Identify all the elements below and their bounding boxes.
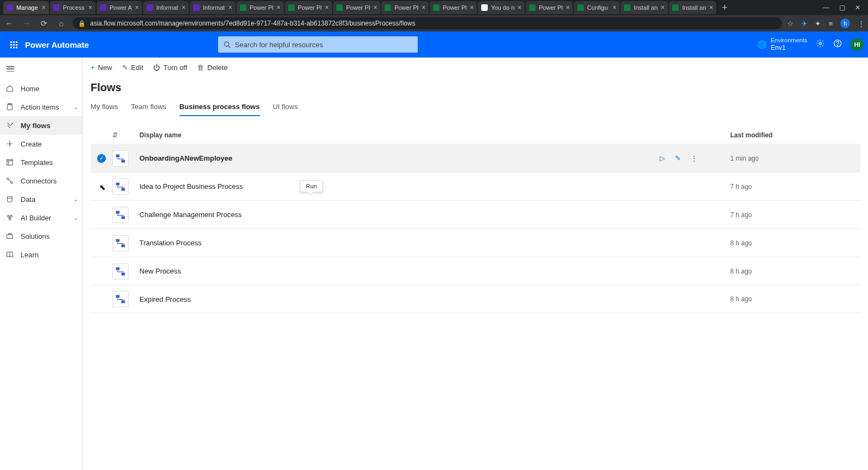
tab-close-icon[interactable]: × bbox=[518, 4, 521, 11]
sidebar-item-templates[interactable]: Templates bbox=[0, 153, 82, 172]
reader-icon[interactable]: ≡ bbox=[828, 20, 833, 28]
app-launcher[interactable] bbox=[4, 35, 23, 54]
flow-name[interactable]: New Process bbox=[139, 267, 687, 275]
browser-tab[interactable]: Informat× bbox=[190, 1, 235, 14]
row-checkbox-checked[interactable]: ✓ bbox=[97, 154, 106, 163]
sidebar-item-home[interactable]: Home bbox=[0, 79, 82, 98]
tab-close-icon[interactable]: × bbox=[373, 4, 377, 11]
flow-name[interactable]: Expired Process bbox=[139, 295, 687, 303]
table-row[interactable]: New Process 8 h ago bbox=[91, 257, 860, 285]
tab-favicon bbox=[100, 4, 106, 11]
tab-close-icon[interactable]: × bbox=[135, 4, 139, 11]
environment-picker[interactable]: 🌐 Environments Env1 bbox=[757, 37, 807, 52]
flow-name[interactable]: Translation Process bbox=[139, 239, 687, 247]
tab-close-icon[interactable]: × bbox=[709, 4, 713, 11]
tab-close-icon[interactable]: × bbox=[470, 4, 474, 11]
sidebar-item-data[interactable]: Data⌄ bbox=[0, 190, 82, 208]
flow-name[interactable]: Challenge Management Process bbox=[139, 211, 687, 219]
sidebar-item-action-items[interactable]: Action items⌄ bbox=[0, 98, 82, 116]
home-icon bbox=[5, 84, 14, 93]
book-icon bbox=[5, 250, 14, 259]
nav-back[interactable]: ← bbox=[3, 19, 15, 28]
window-minimize[interactable]: — bbox=[823, 4, 829, 11]
browser-tab[interactable]: Install an× bbox=[621, 1, 668, 14]
profile-avatar[interactable]: h bbox=[840, 18, 850, 28]
browser-tab[interactable]: Informat× bbox=[143, 1, 189, 14]
table-row[interactable]: Translation Process 8 h ago bbox=[91, 228, 860, 257]
tab-close-icon[interactable]: × bbox=[228, 4, 232, 11]
settings-icon[interactable] bbox=[816, 39, 825, 49]
flow-icon bbox=[5, 121, 14, 130]
browser-tab[interactable]: Power A× bbox=[97, 1, 142, 14]
table-row[interactable]: Idea to Project Business Process 7 h ago bbox=[91, 172, 860, 200]
star-icon[interactable]: ☆ bbox=[787, 20, 794, 28]
nav-forward[interactable]: → bbox=[21, 19, 33, 28]
browser-tab[interactable]: Configu× bbox=[574, 1, 620, 14]
col-last-modified[interactable]: Last modified bbox=[730, 131, 850, 139]
window-close[interactable]: ✕ bbox=[855, 4, 860, 11]
more-button[interactable]: ⋮ bbox=[691, 154, 698, 162]
tab-close-icon[interactable]: × bbox=[612, 4, 616, 11]
table-row[interactable]: Expired Process 8 h ago bbox=[91, 285, 860, 313]
window-controls: — ▢ ✕ bbox=[823, 4, 865, 11]
delete-button[interactable]: 🗑 Delete bbox=[197, 63, 228, 72]
col-display-name[interactable]: Display name bbox=[139, 131, 687, 139]
browser-tab[interactable]: Power Pl× bbox=[285, 1, 332, 14]
search-input[interactable] bbox=[235, 41, 412, 49]
browser-tab[interactable]: You do n× bbox=[478, 1, 525, 14]
window-maximize[interactable]: ▢ bbox=[839, 4, 845, 11]
flow-name[interactable]: OnboardingANewEmployee bbox=[139, 154, 687, 162]
turnoff-button[interactable]: ⏻ Turn off bbox=[153, 63, 187, 72]
run-button[interactable]: ▷ bbox=[660, 154, 665, 162]
help-icon[interactable] bbox=[833, 39, 842, 49]
nav-reload[interactable]: ⟳ bbox=[38, 19, 50, 28]
tab-close-icon[interactable]: × bbox=[325, 4, 329, 11]
tab-close-icon[interactable]: × bbox=[42, 4, 46, 11]
user-avatar[interactable]: HI bbox=[851, 38, 864, 51]
tab-ui-flows[interactable]: UI flows bbox=[273, 103, 298, 116]
tab-close-icon[interactable]: × bbox=[566, 4, 570, 11]
sidebar-item-create[interactable]: Create bbox=[0, 135, 82, 153]
tab-close-icon[interactable]: × bbox=[661, 4, 665, 11]
browser-tab[interactable]: Install an× bbox=[669, 1, 716, 14]
tab-title: Power Pl bbox=[346, 4, 370, 11]
table-row[interactable]: Challenge Management Process 7 h ago bbox=[91, 200, 860, 228]
extensions-icon[interactable]: ✦ bbox=[815, 20, 821, 28]
tab-favicon bbox=[577, 4, 584, 11]
tab-close-icon[interactable]: × bbox=[277, 4, 280, 11]
sidebar-item-solutions[interactable]: Solutions bbox=[0, 227, 82, 245]
browser-tab[interactable]: Power Pl× bbox=[333, 1, 380, 14]
new-button[interactable]: + New bbox=[91, 63, 112, 72]
tab-team-flows[interactable]: Team flows bbox=[131, 103, 167, 116]
sidebar-item-learn[interactable]: Learn bbox=[0, 245, 82, 264]
flow-name[interactable]: Idea to Project Business Process bbox=[139, 182, 687, 190]
sidebar-toggle[interactable] bbox=[1, 60, 20, 78]
browser-tab[interactable]: Power Pl× bbox=[237, 1, 284, 14]
browser-tab[interactable]: Power Pl× bbox=[430, 1, 477, 14]
edit-button[interactable]: ✎ Edit bbox=[122, 63, 143, 72]
sidebar: HomeAction items⌄My flowsCreateTemplates… bbox=[0, 58, 83, 470]
search-box[interactable] bbox=[218, 36, 418, 53]
plane-icon[interactable]: ✈ bbox=[801, 20, 807, 28]
tab-close-icon[interactable]: × bbox=[88, 4, 92, 11]
tab-close-icon[interactable]: × bbox=[182, 4, 186, 11]
edit-row-button[interactable]: ✎ bbox=[675, 154, 681, 162]
browser-tab[interactable]: Process× bbox=[50, 1, 95, 14]
nav-home[interactable]: ⌂ bbox=[55, 19, 67, 28]
browser-tab[interactable]: Power Pl× bbox=[381, 1, 429, 14]
browser-menu-icon[interactable]: ⋮ bbox=[858, 20, 865, 28]
tab-my-flows[interactable]: My flows bbox=[91, 103, 118, 116]
svg-rect-22 bbox=[122, 244, 125, 247]
content-area: HomeAction items⌄My flowsCreateTemplates… bbox=[0, 58, 868, 470]
table-row[interactable]: ✓ OnboardingANewEmployee ▷ ✎ ⋮ 1 min ago bbox=[91, 144, 860, 172]
browser-tab[interactable]: Power Pl× bbox=[526, 1, 573, 14]
address-field[interactable]: 🔒 asia.flow.microsoft.com/manage/environ… bbox=[73, 17, 782, 29]
sidebar-item-connectors[interactable]: Connectors bbox=[0, 172, 82, 190]
sidebar-item-ai-builder[interactable]: AI Builder⌄ bbox=[0, 208, 82, 227]
browser-tab[interactable]: Manage× bbox=[3, 1, 49, 14]
sidebar-item-my-flows[interactable]: My flows bbox=[0, 116, 82, 135]
select-all-toggle[interactable]: ⇵ bbox=[112, 131, 118, 139]
new-tab-button[interactable]: + bbox=[717, 2, 732, 14]
tab-close-icon[interactable]: × bbox=[422, 4, 425, 11]
tab-business-process-flows[interactable]: Business process flows bbox=[180, 103, 260, 116]
